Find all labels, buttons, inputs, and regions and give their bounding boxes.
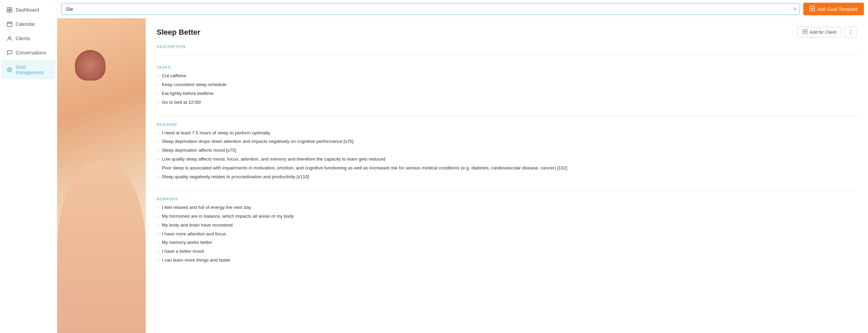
rewards-list: I feel relaxed and full of energy the ne…	[157, 204, 857, 264]
list-item: I have more attention and focus	[157, 231, 857, 237]
goal-image-panel	[57, 18, 146, 333]
tasks-label: TASKS	[157, 65, 857, 69]
search-clear-icon[interactable]: ✕	[793, 6, 797, 12]
sidebar-item-label: Clients	[16, 36, 30, 41]
calendar-icon	[7, 21, 12, 27]
content-area: Sleep Better Add for Client ⋮ DESCRIPTIO…	[57, 18, 868, 333]
add-template-button[interactable]: Add Goal Template	[803, 3, 864, 15]
add-for-client-button[interactable]: Add for Client	[798, 27, 841, 37]
list-item: Go to bed at 22:00!	[157, 99, 857, 106]
svg-point-5	[9, 36, 11, 38]
list-item: Cut caffeine	[157, 73, 857, 79]
sidebar-item-goal-management[interactable]: Goal Management	[1, 60, 56, 79]
search-input[interactable]: Sle	[61, 3, 800, 15]
svg-rect-4	[7, 22, 12, 27]
description-label: DESCRIPTION	[157, 45, 857, 49]
sidebar-item-label: Conversations	[16, 50, 46, 55]
sidebar-item-label: Calendar	[16, 21, 35, 27]
list-item: My memory works better	[157, 239, 857, 246]
goal-image	[57, 18, 146, 333]
topbar: Sle ✕ Add Goal Template	[57, 0, 868, 18]
list-item: Sleep quality negatively relates to proc…	[157, 174, 857, 180]
goal-detail-panel: Sleep Better Add for Client ⋮ DESCRIPTIO…	[146, 18, 868, 333]
list-item: Sleep deprivation drops down attention a…	[157, 138, 857, 145]
reasons-label: REASONS	[157, 122, 857, 127]
svg-rect-3	[10, 10, 12, 12]
target-icon	[7, 67, 12, 72]
goal-actions: Add for Client ⋮	[798, 27, 857, 38]
list-item: Low quality sleep affects mood, focus, a…	[157, 156, 857, 163]
chat-icon	[7, 50, 12, 55]
description-divider	[157, 55, 857, 56]
reasons-divider	[157, 190, 857, 190]
list-item: I have a better mood	[157, 248, 857, 255]
sidebar-item-calendar[interactable]: Calendar	[1, 17, 56, 31]
tasks-section: TASKS Cut caffeine Keep consistent sleep…	[157, 65, 857, 106]
add-template-icon	[809, 6, 815, 12]
list-item: I need at least 7.5 hours of sleep to pe…	[157, 130, 857, 136]
list-item: I feel relaxed and full of energy the ne…	[157, 204, 857, 211]
sidebar: Dashboard Calendar Clients Conversations…	[0, 0, 57, 333]
rewards-label: REWARDS	[157, 197, 857, 201]
reasons-list: I need at least 7.5 hours of sleep to pe…	[157, 130, 857, 180]
description-section: DESCRIPTION	[157, 45, 857, 56]
list-item: Eat lightly before bedtime	[157, 90, 857, 97]
more-options-button[interactable]: ⋮	[844, 27, 857, 38]
add-template-label: Add Goal Template	[817, 6, 858, 12]
reasons-section: REASONS I need at least 7.5 hours of sle…	[157, 122, 857, 180]
sidebar-item-label: Dashboard	[16, 7, 39, 13]
sidebar-item-clients[interactable]: Clients	[1, 32, 56, 45]
svg-rect-0	[7, 7, 9, 10]
svg-rect-1	[10, 7, 12, 10]
tasks-divider	[157, 115, 857, 116]
tasks-list: Cut caffeine Keep consistent sleep sched…	[157, 73, 857, 106]
sidebar-item-label: Goal Management	[16, 64, 50, 75]
add-client-icon	[803, 29, 807, 35]
goal-title: Sleep Better	[157, 28, 200, 37]
svg-point-8	[9, 69, 10, 70]
grid-icon	[7, 7, 12, 13]
list-item: My body and brain have recovered	[157, 222, 857, 229]
list-item: I can learn more things and faster	[157, 257, 857, 264]
list-item: Poor sleep is associated with impairment…	[157, 165, 857, 171]
search-wrapper: Sle ✕	[61, 3, 800, 15]
rewards-section: REWARDS I feel relaxed and full of energ…	[157, 197, 857, 264]
sidebar-item-conversations[interactable]: Conversations	[1, 46, 56, 60]
svg-rect-2	[7, 10, 9, 12]
main-area: Sle ✕ Add Goal Template Sleep Better	[57, 0, 868, 333]
more-icon: ⋮	[848, 29, 853, 35]
add-for-client-label: Add for Client	[809, 30, 836, 35]
list-item: My hormones are in balance, which impact…	[157, 213, 857, 220]
list-item: Sleep deprivation affects mood [s75]	[157, 147, 857, 154]
sidebar-item-dashboard[interactable]: Dashboard	[1, 3, 56, 17]
goal-header: Sleep Better Add for Client ⋮	[157, 27, 857, 38]
list-item: Keep consistent sleep schedule	[157, 82, 857, 88]
user-icon	[7, 36, 12, 41]
